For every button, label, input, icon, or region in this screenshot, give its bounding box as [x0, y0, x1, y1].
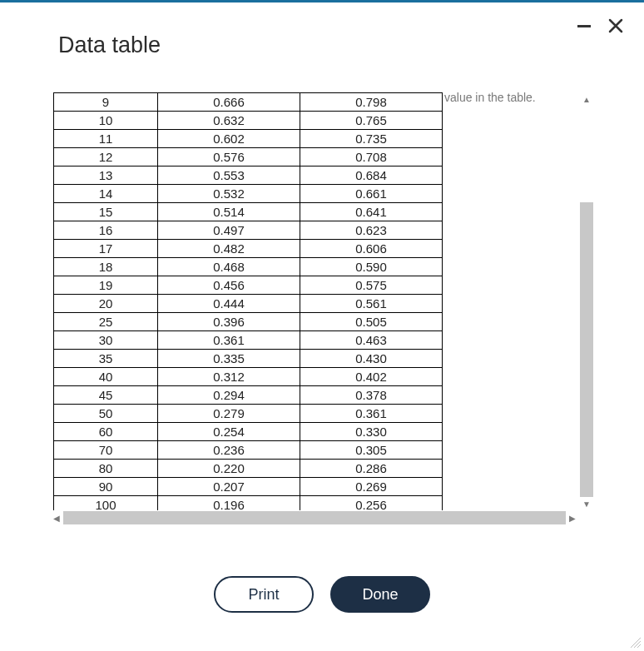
table-cell: 25 [54, 313, 158, 331]
table-cell: 0.220 [158, 460, 300, 478]
table-cell: 0.312 [158, 368, 300, 386]
table-cell: 0.497 [158, 221, 300, 240]
table-cell: 0.361 [158, 331, 300, 350]
table-cell: 0.575 [300, 276, 443, 295]
table-cell: 0.286 [300, 460, 443, 478]
table-row: 170.4820.606 [54, 240, 443, 258]
resize-grip-icon[interactable] [629, 636, 641, 648]
table-cell: 0.561 [300, 295, 443, 313]
table-row: 160.4970.623 [54, 221, 443, 240]
table-cell: 0.735 [300, 130, 443, 148]
table-row: 1000.1960.256 [54, 496, 443, 511]
table-cell: 0.623 [300, 221, 443, 240]
table-cell: 0.606 [300, 240, 443, 258]
data-table: 90.6660.798100.6320.765110.6020.735120.5… [53, 92, 443, 510]
table-cell: 9 [54, 93, 158, 112]
scroll-up-arrow-icon[interactable]: ▲ [579, 92, 594, 106]
table-cell: 0.765 [300, 112, 443, 130]
table-row: 120.5760.708 [54, 148, 443, 166]
table-row: 250.3960.505 [54, 313, 443, 331]
table-cell: 0.553 [158, 166, 300, 185]
horizontal-scroll-track[interactable] [63, 511, 566, 524]
table-row: 100.6320.765 [54, 112, 443, 130]
table-row: 700.2360.305 [54, 441, 443, 460]
table-cell: 0.666 [158, 93, 300, 112]
table-cell: 0.482 [158, 240, 300, 258]
vertical-scroll-thumb[interactable] [580, 202, 593, 497]
table-cell: 18 [54, 258, 158, 276]
table-cell: 0.684 [300, 166, 443, 185]
table-cell: 0.378 [300, 386, 443, 405]
close-icon[interactable] [607, 17, 624, 34]
table-row: 600.2540.330 [54, 423, 443, 441]
table-row: 90.6660.798 [54, 93, 443, 112]
table-cell: 70 [54, 441, 158, 460]
table-cell: 0.236 [158, 441, 300, 460]
table-cell: 90 [54, 478, 158, 496]
table-cell: 0.330 [300, 423, 443, 441]
table-cell: 0.602 [158, 130, 300, 148]
table-cell: 0.532 [158, 185, 300, 203]
table-row: 190.4560.575 [54, 276, 443, 295]
done-button[interactable]: Done [330, 576, 430, 613]
table-cell: 30 [54, 331, 158, 350]
table-cell: 50 [54, 405, 158, 423]
data-table-modal: Data table value in the table. 90.6660.7… [0, 0, 644, 651]
table-cell: 0.514 [158, 203, 300, 221]
table-cell: 16 [54, 221, 158, 240]
scroll-right-arrow-icon[interactable]: ▶ [566, 510, 579, 525]
print-button[interactable]: Print [214, 576, 314, 613]
table-cell: 0.590 [300, 258, 443, 276]
table-cell: 15 [54, 203, 158, 221]
scroll-left-arrow-icon[interactable]: ◀ [50, 510, 63, 525]
table-cell: 0.632 [158, 112, 300, 130]
side-text-cutoff: value in the table. [444, 92, 577, 104]
minimize-icon[interactable] [576, 17, 592, 34]
table-cell: 0.576 [158, 148, 300, 166]
table-cell: 11 [54, 130, 158, 148]
table-cell: 0.456 [158, 276, 300, 295]
vertical-scroll-track[interactable] [579, 106, 594, 497]
table-cell: 17 [54, 240, 158, 258]
table-cell: 20 [54, 295, 158, 313]
table-cell: 0.430 [300, 350, 443, 368]
horizontal-scrollbar[interactable]: ◀ ▶ [50, 510, 579, 525]
table-row: 130.5530.684 [54, 166, 443, 185]
table-cell: 0.361 [300, 405, 443, 423]
table-row: 300.3610.463 [54, 331, 443, 350]
table-cell: 45 [54, 386, 158, 405]
table-cell: 80 [54, 460, 158, 478]
table-viewport: value in the table. 90.6660.798100.6320.… [50, 92, 579, 510]
table-cell: 19 [54, 276, 158, 295]
table-cell: 0.207 [158, 478, 300, 496]
scroll-down-arrow-icon[interactable]: ▼ [579, 497, 594, 510]
table-cell: 35 [54, 350, 158, 368]
vertical-scrollbar[interactable]: ▲ ▼ [579, 92, 594, 510]
table-wrap: 90.6660.798100.6320.765110.6020.735120.5… [53, 92, 443, 510]
table-row: 110.6020.735 [54, 130, 443, 148]
table-cell: 0.305 [300, 441, 443, 460]
table-cell: 0.396 [158, 313, 300, 331]
table-row: 450.2940.378 [54, 386, 443, 405]
titlebar-controls [576, 17, 624, 34]
table-row: 400.3120.402 [54, 368, 443, 386]
table-row: 500.2790.361 [54, 405, 443, 423]
table-cell: 0.279 [158, 405, 300, 423]
table-cell: 0.335 [158, 350, 300, 368]
table-cell: 100 [54, 496, 158, 511]
page-title: Data table [58, 32, 161, 58]
table-cell: 0.463 [300, 331, 443, 350]
dialog-footer: Print Done [0, 576, 644, 613]
table-scroll-region: value in the table. 90.6660.798100.6320.… [50, 92, 594, 525]
svg-rect-0 [577, 25, 591, 27]
table-cell: 0.196 [158, 496, 300, 511]
table-cell: 0.708 [300, 148, 443, 166]
table-cell: 0.402 [300, 368, 443, 386]
table-row: 800.2200.286 [54, 460, 443, 478]
table-cell: 13 [54, 166, 158, 185]
table-cell: 14 [54, 185, 158, 203]
table-cell: 0.256 [300, 496, 443, 511]
table-cell: 0.254 [158, 423, 300, 441]
table-cell: 40 [54, 368, 158, 386]
table-row: 140.5320.661 [54, 185, 443, 203]
